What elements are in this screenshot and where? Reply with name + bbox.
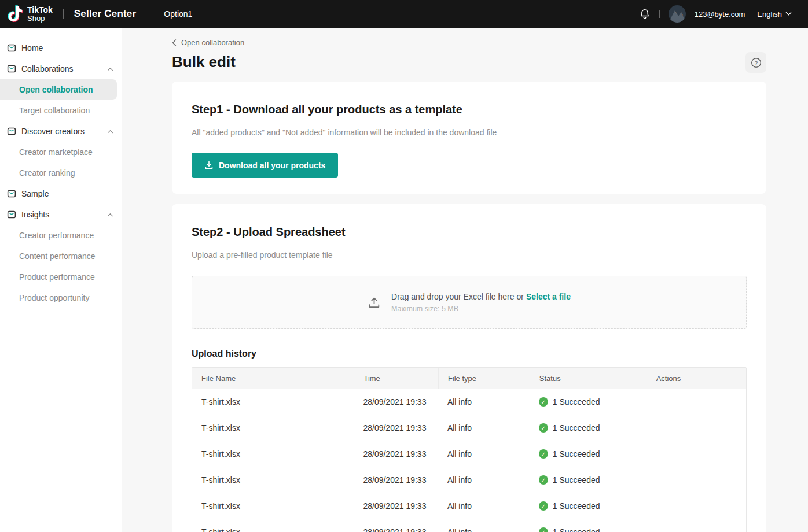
status-badge: ✓ 1 Succeeded	[539, 389, 637, 415]
select-file-link[interactable]: Select a file	[526, 292, 571, 301]
cell-status: ✓ 1 Succeeded	[530, 441, 647, 467]
breadcrumb-label: Open collaboration	[181, 38, 244, 47]
cell-file-type: All info	[438, 519, 530, 532]
sidebar-item-target-collaboration[interactable]: Target collaboration	[0, 100, 122, 121]
status-badge: ✓ 1 Succeeded	[539, 441, 637, 467]
column-header-file-name: File Name	[192, 368, 354, 389]
cell-file-name: T-shirt.xlsx	[192, 441, 354, 467]
upload-icon	[368, 296, 381, 309]
status-badge: ✓ 1 Succeeded	[539, 467, 637, 493]
chevron-up-icon	[107, 130, 113, 134]
bell-icon[interactable]	[639, 8, 651, 20]
cell-file-type: All info	[438, 493, 530, 519]
sidebar-item-sample[interactable]: Sample	[0, 183, 122, 204]
sidebar-item-label: Product opportunity	[19, 293, 89, 302]
user-email[interactable]: 123@byte.com	[695, 10, 745, 19]
sidebar-item-label: Product performance	[19, 272, 95, 282]
sidebar-item-label: Creator ranking	[19, 168, 75, 178]
cell-time: 28/09/2021 19:33	[354, 441, 438, 467]
file-dropzone[interactable]: Drag and drop your Excel file here orSel…	[192, 276, 747, 329]
sidebar-item-creator-performance[interactable]: Creator performance	[0, 225, 122, 246]
step1-description: All "added products" and "Not added" inf…	[192, 128, 747, 137]
table-row: T-shirt.xlsx 28/09/2021 19:33 All info ✓…	[192, 415, 746, 441]
svg-text:?: ?	[754, 60, 758, 66]
cell-time: 28/09/2021 19:33	[354, 389, 438, 415]
language-label: English	[757, 10, 782, 19]
table-row: T-shirt.xlsx 28/09/2021 19:33 All info ✓…	[192, 519, 746, 532]
table-row: T-shirt.xlsx 28/09/2021 19:33 All info ✓…	[192, 389, 746, 415]
cell-file-type: All info	[438, 389, 530, 415]
sidebar-item-home[interactable]: Home	[0, 38, 122, 58]
sidebar-item-label: Sample	[21, 189, 49, 198]
upload-history-table: File NameTimeFile typeStatusActions T-sh…	[192, 367, 747, 532]
sidebar-item-creator-marketplace[interactable]: Creator marketplace	[0, 142, 122, 162]
column-header-time: Time	[354, 368, 438, 389]
status-badge: ✓ 1 Succeeded	[539, 493, 637, 519]
cell-file-type: All info	[438, 415, 530, 441]
user-avatar[interactable]	[669, 5, 686, 23]
cell-actions	[647, 519, 746, 532]
language-selector[interactable]: English	[757, 10, 792, 19]
chevron-left-icon	[172, 39, 177, 46]
upload-history-title: Upload history	[192, 349, 747, 359]
check-circle-icon: ✓	[539, 423, 548, 433]
sidebar-item-product-opportunity[interactable]: Product opportunity	[0, 287, 122, 308]
cell-status: ✓ 1 Succeeded	[530, 493, 647, 519]
shop-bag-icon	[7, 189, 16, 198]
sidebar-item-content-performance[interactable]: Content performance	[0, 246, 122, 267]
nav-item-option1[interactable]: Option1	[164, 9, 192, 19]
sidebar-item-label: Open collaboration	[19, 85, 93, 94]
cell-status: ✓ 1 Succeeded	[530, 519, 647, 532]
shop-bag-icon	[7, 210, 16, 219]
check-circle-icon: ✓	[539, 527, 548, 532]
sidebar-item-creator-ranking[interactable]: Creator ranking	[0, 162, 122, 183]
sidebar-item-label: Creator performance	[19, 231, 94, 240]
sidebar-item-insights[interactable]: Insights	[0, 204, 122, 225]
cell-actions	[647, 493, 746, 519]
shop-bag-icon	[7, 43, 16, 53]
check-circle-icon: ✓	[539, 475, 548, 485]
dropzone-text: Drag and drop your Excel file here or	[391, 292, 524, 301]
chevron-up-icon	[107, 67, 113, 71]
cell-actions	[647, 389, 746, 415]
main-content: Open collaboration Bulk edit ? Step1 - D…	[122, 28, 808, 532]
tiktok-shop-logo[interactable]: TikTok Shop	[8, 5, 53, 23]
step2-title: Step2 - Upload Spreadsheet	[192, 226, 747, 239]
help-button[interactable]: ?	[745, 52, 766, 73]
header-divider	[63, 9, 64, 19]
sidebar-item-collaborations[interactable]: Collaborations	[0, 58, 122, 79]
check-circle-icon: ✓	[539, 397, 548, 407]
top-header: TikTok Shop Seller Center Option1 123@by…	[0, 0, 808, 28]
cell-time: 28/09/2021 19:33	[354, 493, 438, 519]
status-label: 1 Succeeded	[553, 449, 600, 459]
sidebar-item-product-performance[interactable]: Product performance	[0, 267, 122, 287]
cell-status: ✓ 1 Succeeded	[530, 389, 647, 415]
sidebar-item-discover-creators[interactable]: Discover creators	[0, 121, 122, 142]
tiktok-note-icon	[8, 5, 23, 23]
sidebar: Home Collaborations Open collaborationTa…	[0, 28, 122, 532]
cell-status: ✓ 1 Succeeded	[530, 415, 647, 441]
download-all-products-button[interactable]: Download all your products	[192, 153, 338, 178]
column-header-file-type: File type	[438, 368, 530, 389]
breadcrumb-back[interactable]: Open collaboration	[172, 38, 244, 47]
sidebar-item-label: Content performance	[19, 252, 96, 261]
cell-status: ✓ 1 Succeeded	[530, 467, 647, 493]
header-divider	[659, 10, 660, 18]
download-icon	[204, 161, 214, 170]
download-button-label: Download all your products	[219, 161, 325, 170]
cell-time: 28/09/2021 19:33	[354, 467, 438, 493]
cell-file-name: T-shirt.xlsx	[192, 389, 354, 415]
cell-actions	[647, 441, 746, 467]
status-badge: ✓ 1 Succeeded	[539, 415, 637, 441]
cell-actions	[647, 467, 746, 493]
sidebar-item-open-collaboration[interactable]: Open collaboration	[0, 79, 117, 100]
table-header-row: File NameTimeFile typeStatusActions	[192, 368, 746, 389]
status-label: 1 Succeeded	[553, 423, 600, 433]
chevron-down-icon	[785, 12, 792, 16]
table-row: T-shirt.xlsx 28/09/2021 19:33 All info ✓…	[192, 493, 746, 519]
sidebar-item-label: Creator marketplace	[19, 147, 93, 157]
step2-card: Step2 - Upload Spreadsheet Upload a pre-…	[172, 204, 766, 532]
status-label: 1 Succeeded	[553, 475, 600, 485]
step1-card: Step1 - Download all your products as a …	[172, 82, 766, 194]
dropzone-hint: Maximum size: 5 MB	[391, 305, 571, 313]
